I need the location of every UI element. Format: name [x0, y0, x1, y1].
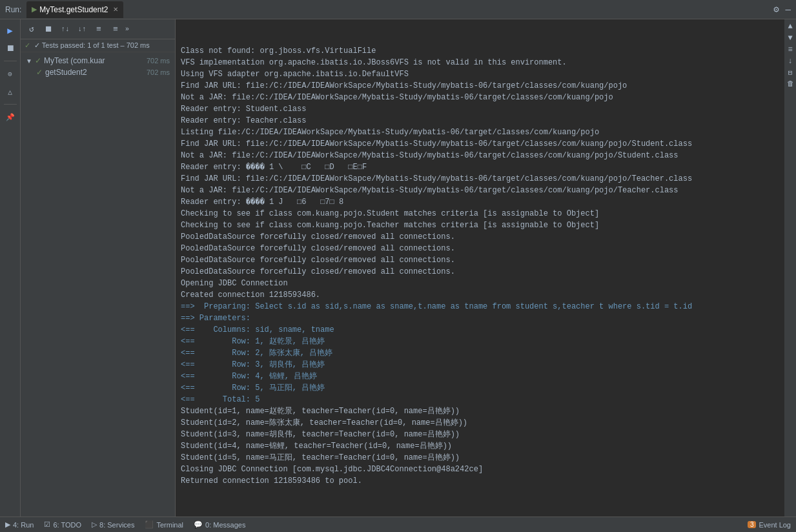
- active-tab[interactable]: ▶ MyTest.getStudent2 ✕: [26, 1, 123, 18]
- child-check-icon: ✓: [36, 68, 43, 77]
- log-line: Checking to see if class com.kuang.pojo.…: [181, 220, 779, 231]
- log-line: Student(id=4, name=锦鲤, teacher=Teacher(i…: [181, 440, 779, 452]
- coverage-button[interactable]: ⊙: [2, 65, 19, 82]
- messages-label: 0: Messages: [205, 521, 245, 529]
- settings-icon[interactable]: ⚙: [773, 4, 779, 15]
- print-button[interactable]: ⊟: [788, 68, 793, 77]
- sort-asc-button[interactable]: ↑↓: [58, 22, 72, 36]
- log-line: ==> Preparing: Select s.id as sid,s.name…: [181, 301, 779, 312]
- log-line: Reader entry: ���� 1 J □6 □7□ 8: [181, 196, 779, 208]
- log-line: PooledDataSource forcefully closed/remov…: [181, 231, 779, 243]
- status-right: 3 Event Log: [748, 521, 791, 529]
- event-log-label: Event Log: [759, 521, 791, 529]
- terminal-label: Terminal: [156, 521, 183, 529]
- log-line: Not a JAR: file:/C:/IDEA/IDEAWorkSapce/M…: [181, 185, 779, 196]
- log-content[interactable]: Class not found: org.jboss.vfs.VirtualFi…: [176, 19, 784, 517]
- filter2-button[interactable]: ≡: [108, 22, 123, 36]
- test-toolbar: ↺ ⏹ ↑↓ ↓↑ ≡ ≡ »: [21, 19, 175, 39]
- toolbar-separator-2: [4, 104, 17, 105]
- log-line: Find JAR URL: file:/C:/IDEA/IDEAWorkSapc…: [181, 138, 779, 150]
- todo-icon: ☑: [44, 520, 50, 529]
- main-content: ▶ ⏹ ⊙ △ 📌 ↺ ⏹ ↑↓ ↓↑ ≡ ≡ » ✓ ✓ Tests pass…: [0, 19, 796, 517]
- toolbar-separator-1: [4, 61, 17, 61]
- stop-button[interactable]: ⏹: [2, 40, 19, 57]
- log-line: Reader entry: Student.class: [181, 103, 779, 115]
- root-check-icon: ✓: [35, 56, 41, 65]
- profile-button[interactable]: △: [2, 83, 19, 100]
- sort-right-button[interactable]: ≡: [788, 45, 792, 54]
- messages-status-item[interactable]: 💬 0: Messages: [194, 520, 245, 529]
- log-line: <== Total: 5: [181, 394, 779, 405]
- rerun-button[interactable]: ↺: [25, 22, 39, 36]
- run-status-label: 4: Run: [13, 521, 34, 529]
- pass-check-icon: ✓: [25, 41, 30, 50]
- import-button[interactable]: ↓: [788, 57, 792, 66]
- sort-desc-button[interactable]: ↓↑: [75, 22, 89, 36]
- log-line: Using VFS adapter org.apache.ibatis.io.D…: [181, 68, 779, 80]
- log-line: ==> Parameters:: [181, 312, 779, 324]
- play-button[interactable]: ▶: [2, 22, 19, 39]
- log-line: Listing file:/C:/IDEA/IDEAWorkSapce/Myba…: [181, 127, 779, 138]
- todo-status-item[interactable]: ☑ 6: TODO: [44, 520, 81, 529]
- log-line: Checking to see if class com.kuang.pojo.…: [181, 208, 779, 220]
- services-label: 8: Services: [99, 521, 134, 529]
- log-line: Student(id=1, name=赵乾景, teacher=Teacher(…: [181, 405, 779, 417]
- pin-button[interactable]: 📌: [2, 108, 19, 125]
- event-badge: 3: [748, 521, 757, 528]
- log-line: Reader entry: Teacher.class: [181, 115, 779, 127]
- scroll-down-button[interactable]: ▼: [788, 34, 792, 43]
- todo-label: 6: TODO: [53, 521, 81, 529]
- test-tree: ▼ ✓ MyTest (com.kuar 702 ms ✓ getStudent…: [21, 52, 175, 517]
- services-icon: ▷: [92, 520, 97, 529]
- log-line: PooledDataSource forcefully closed/remov…: [181, 254, 779, 266]
- log-line: Student(id=2, name=陈张太康, teacher=Teacher…: [181, 417, 779, 429]
- tree-arrow-icon: ▼: [26, 57, 32, 65]
- log-line: Opening JDBC Connection: [181, 278, 779, 289]
- messages-icon: 💬: [194, 520, 203, 529]
- filter1-button[interactable]: ≡: [92, 22, 106, 36]
- event-log-item[interactable]: 3 Event Log: [748, 521, 791, 529]
- top-bar-right: ⚙ —: [773, 4, 791, 15]
- log-line: Find JAR URL: file:/C:/IDEA/IDEAWorkSapc…: [181, 173, 779, 185]
- test-result-text: ✓ Tests passed: 1 of 1 test – 702 ms: [34, 41, 150, 50]
- minimize-icon[interactable]: —: [786, 5, 791, 15]
- log-line: <== Row: 4, 锦鲤, 吕艳婷: [181, 371, 779, 382]
- log-panel: Class not found: org.jboss.vfs.VirtualFi…: [176, 19, 784, 517]
- log-line: <== Columns: sid, sname, tname: [181, 324, 779, 336]
- log-line: Reader entry: ���� 1 \ □C □D □E□F: [181, 161, 779, 173]
- terminal-status-item[interactable]: ⬛ Terminal: [145, 520, 183, 529]
- child-label: getStudent2: [45, 68, 87, 77]
- log-line: Find JAR URL: file:/C:/IDEA/IDEAWorkSapc…: [181, 80, 779, 92]
- log-line: PooledDataSource forcefully closed/remov…: [181, 266, 779, 278]
- status-bar: ▶ 4: Run ☑ 6: TODO ▷ 8: Services ⬛ Termi…: [0, 517, 796, 532]
- log-line: PooledDataSource forcefully closed/remov…: [181, 243, 779, 254]
- tab-close-icon[interactable]: ✕: [113, 6, 118, 13]
- test-result-header: ✓ ✓ Tests passed: 1 of 1 test – 702 ms: [21, 39, 175, 52]
- right-toolbar: ▲ ▼ ≡ ↓ ⊟ 🗑: [784, 19, 796, 517]
- log-line: VFS implementation org.apache.ibatis.io.…: [181, 57, 779, 68]
- log-line: Student(id=5, name=马正阳, teacher=Teacher(…: [181, 452, 779, 464]
- tab-icon: ▶: [32, 5, 37, 14]
- root-time: 702 ms: [147, 57, 170, 65]
- log-line: Not a JAR: file:/C:/IDEA/IDEAWorkSapce/M…: [181, 150, 779, 161]
- test-tree-child-item[interactable]: ✓ getStudent2 702 ms: [21, 66, 175, 78]
- root-label: MyTest (com.kuar: [44, 56, 105, 65]
- more-button[interactable]: »: [125, 26, 129, 33]
- stop-test-button[interactable]: ⏹: [41, 22, 56, 36]
- scroll-up-button[interactable]: ▲: [788, 22, 792, 31]
- test-tree-root[interactable]: ▼ ✓ MyTest (com.kuar 702 ms: [21, 55, 175, 66]
- delete-button[interactable]: 🗑: [787, 79, 794, 88]
- left-toolbar: ▶ ⏹ ⊙ △ 📌: [0, 19, 21, 517]
- log-line: <== Row: 2, 陈张太康, 吕艳婷: [181, 347, 779, 359]
- log-line: <== Row: 1, 赵乾景, 吕艳婷: [181, 336, 779, 347]
- run-icon: ▶: [5, 520, 10, 529]
- terminal-icon: ⬛: [145, 520, 154, 529]
- log-line: Created connection 1218593486.: [181, 289, 779, 301]
- top-bar: Run: ▶ MyTest.getStudent2 ✕ ⚙ —: [0, 0, 796, 19]
- run-status-item[interactable]: ▶ 4: Run: [5, 520, 34, 529]
- tab-label: MyTest.getStudent2: [39, 5, 108, 14]
- log-line: Not a JAR: file:/C:/IDEA/IDEAWorkSapce/M…: [181, 92, 779, 103]
- log-line: Student(id=3, name=胡良伟, teacher=Teacher(…: [181, 429, 779, 440]
- test-panel: ↺ ⏹ ↑↓ ↓↑ ≡ ≡ » ✓ ✓ Tests passed: 1 of 1…: [21, 19, 176, 517]
- services-status-item[interactable]: ▷ 8: Services: [92, 520, 134, 529]
